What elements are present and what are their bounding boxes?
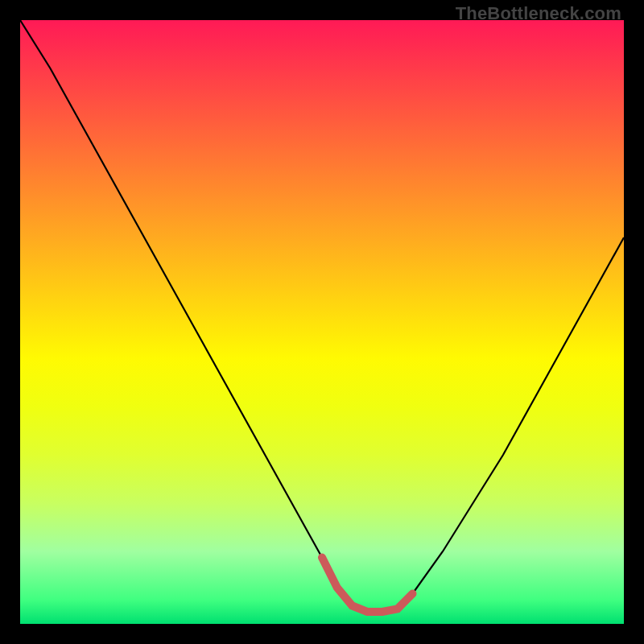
- plot-area: [20, 20, 624, 624]
- watermark-text: TheBottleneck.com: [456, 3, 621, 24]
- optimal-range-marker: [322, 558, 413, 613]
- curve-svg: [20, 20, 624, 624]
- chart-stage: TheBottleneck.com: [0, 0, 644, 644]
- bottleneck-curve: [20, 20, 624, 612]
